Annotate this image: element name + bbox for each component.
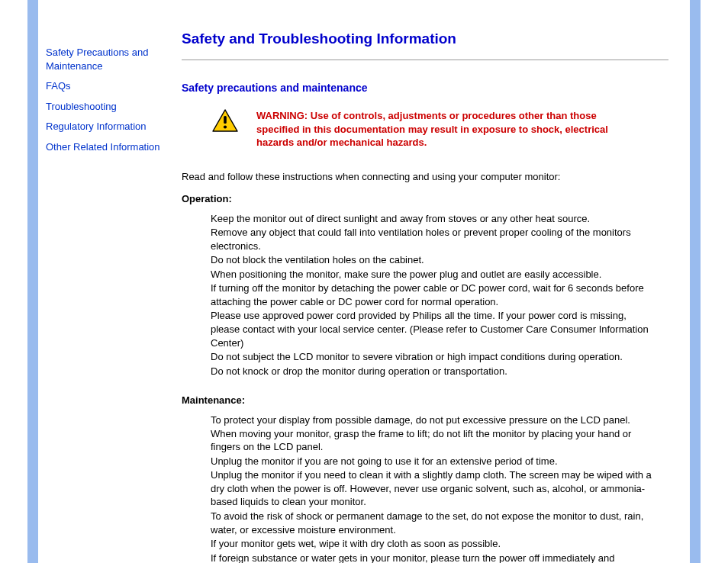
list-item: If foreign substance or water gets in yo…	[211, 552, 653, 563]
sidebar-link-faqs[interactable]: FAQs	[46, 79, 176, 93]
warning-text: WARNING: Use of controls, adjustments or…	[256, 109, 668, 150]
list-item: Do not block the ventilation holes on th…	[211, 253, 653, 267]
sidebar-link-other[interactable]: Other Related Information	[46, 140, 176, 154]
sidebar-link-regulatory[interactable]: Regulatory Information	[46, 120, 176, 134]
list-item: Remove any object that could fall into v…	[211, 226, 653, 253]
list-item: If your monitor gets wet, wipe it with d…	[211, 537, 653, 551]
list-item: Please use approved power cord provided …	[211, 309, 653, 349]
page-title: Safety and Troubleshooting Information	[182, 31, 668, 47]
warning-icon	[212, 109, 238, 132]
list-item: Do not knock or drop the monitor during …	[211, 365, 653, 378]
page: Safety Precautions and Maintenance FAQs …	[0, 0, 728, 563]
list-item: If turning off the monitor by detaching …	[211, 282, 653, 308]
operation-heading: Operation:	[182, 193, 668, 204]
decorative-right-rail	[690, 0, 701, 563]
content-area: Safety and Troubleshooting Information S…	[182, 31, 678, 563]
list-item: Keep the monitor out of direct sunlight …	[211, 212, 653, 226]
warning-block: WARNING: Use of controls, adjustments or…	[182, 109, 668, 150]
maintenance-heading: Maintenance:	[182, 394, 668, 406]
maintenance-list: To protect your display from possible da…	[182, 413, 668, 563]
list-item: Unplug the monitor if you are not going …	[211, 455, 653, 468]
list-item: Unplug the monitor if you need to clean …	[211, 468, 653, 509]
list-item: To protect your display from possible da…	[211, 413, 653, 454]
sidebar-nav: Safety Precautions and Maintenance FAQs …	[46, 46, 176, 160]
svg-point-2	[224, 125, 227, 128]
decorative-left-rail	[27, 0, 38, 563]
sidebar-link-troubleshooting[interactable]: Troubleshooting	[46, 100, 176, 114]
section-heading: Safety precautions and maintenance	[182, 82, 668, 94]
svg-rect-1	[224, 116, 227, 124]
list-item: Do not subject the LCD monitor to severe…	[211, 350, 653, 364]
divider	[182, 60, 668, 60]
list-item: When positioning the monitor, make sure …	[211, 268, 653, 282]
list-item: To avoid the risk of shock or permanent …	[211, 510, 653, 536]
operation-list: Keep the monitor out of direct sunlight …	[182, 212, 668, 378]
intro-text: Read and follow these instructions when …	[182, 171, 668, 182]
sidebar-link-safety[interactable]: Safety Precautions and Maintenance	[46, 46, 176, 72]
